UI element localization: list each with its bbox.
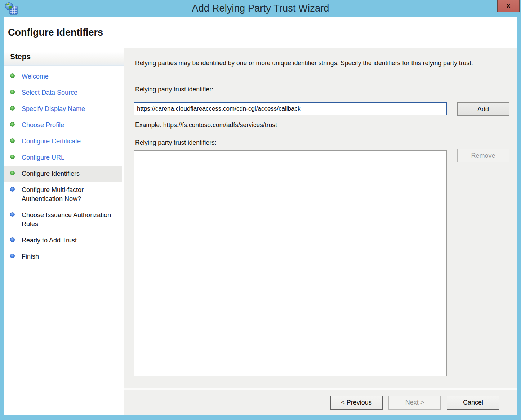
identifier-label: Relying party trust identifier: (135, 86, 213, 93)
step-label: Welcome (22, 72, 49, 81)
step-label: Choose Profile (22, 121, 64, 130)
next-button: Next > (388, 396, 441, 410)
step-label: Select Data Source (22, 88, 77, 97)
step-done-dot (10, 171, 15, 175)
step-label: Choose Issuance Authorization Rules (22, 211, 118, 229)
step-done-dot (10, 106, 15, 111)
step-label: Specify Display Name (22, 104, 85, 113)
adfs-app-icon (5, 2, 18, 15)
remove-button: Remove (457, 149, 509, 162)
description-text: Relying parties may be identified by one… (135, 58, 511, 68)
steps-sidebar: Steps WelcomeSelect Data SourceSpecify D… (4, 48, 124, 415)
step-label: Configure Certificate (22, 137, 81, 146)
window-title: Add Relying Party Trust Wizard (192, 3, 329, 14)
step-item[interactable]: Select Data Source (4, 85, 122, 101)
step-label: Configure Identifiers (22, 169, 80, 178)
previous-button[interactable]: < Previous (330, 396, 383, 410)
step-item[interactable]: Configure Certificate (4, 133, 122, 149)
step-item[interactable]: Configure URL (4, 149, 122, 166)
step-pending-dot (10, 212, 15, 217)
example-text: Example: https://fs.contoso.com/adfs/ser… (135, 121, 277, 129)
step-item[interactable]: Welcome (4, 68, 122, 85)
step-item: Finish (4, 249, 122, 265)
step-item[interactable]: Choose Profile (4, 117, 122, 133)
step-item[interactable]: Configure Identifiers (4, 166, 122, 182)
close-button[interactable]: X (497, 0, 520, 12)
step-label: Finish (22, 252, 39, 261)
page-title: Configure Identifiers (4, 17, 517, 48)
step-label: Configure URL (22, 153, 64, 162)
step-pending-dot (10, 187, 15, 192)
step-pending-dot (10, 254, 15, 258)
step-done-dot (10, 90, 15, 94)
step-pending-dot (10, 237, 15, 242)
step-item: Configure Multi-factor Authentication No… (4, 182, 122, 207)
titlebar: Add Relying Party Trust Wizard X (0, 0, 521, 17)
step-item: Ready to Add Trust (4, 232, 122, 249)
identifier-input[interactable] (134, 102, 447, 115)
step-done-dot (10, 73, 15, 78)
main-panel: Relying parties may be identified by one… (124, 48, 517, 415)
window-chrome: Configure Identifiers Steps WelcomeSelec… (4, 17, 517, 415)
wizard-window: Add Relying Party Trust Wizard X Configu… (0, 0, 521, 420)
identifiers-list-label: Relying party trust identifiers: (135, 139, 217, 147)
step-item[interactable]: Specify Display Name (4, 101, 122, 117)
add-button[interactable]: Add (457, 102, 509, 116)
steps-heading: Steps (4, 48, 124, 66)
step-item: Choose Issuance Authorization Rules (4, 207, 122, 232)
step-label: Configure Multi-factor Authentication No… (22, 186, 118, 204)
footer-bar: < Previous Next > Cancel (124, 388, 517, 415)
steps-list: WelcomeSelect Data SourceSpecify Display… (4, 66, 124, 265)
step-done-dot (10, 122, 15, 127)
step-label: Ready to Add Trust (22, 236, 77, 245)
step-done-dot (10, 155, 15, 159)
step-done-dot (10, 138, 15, 143)
identifiers-listbox[interactable] (134, 150, 447, 376)
wizard-body: Steps WelcomeSelect Data SourceSpecify D… (4, 48, 517, 415)
cancel-button[interactable]: Cancel (447, 396, 499, 410)
